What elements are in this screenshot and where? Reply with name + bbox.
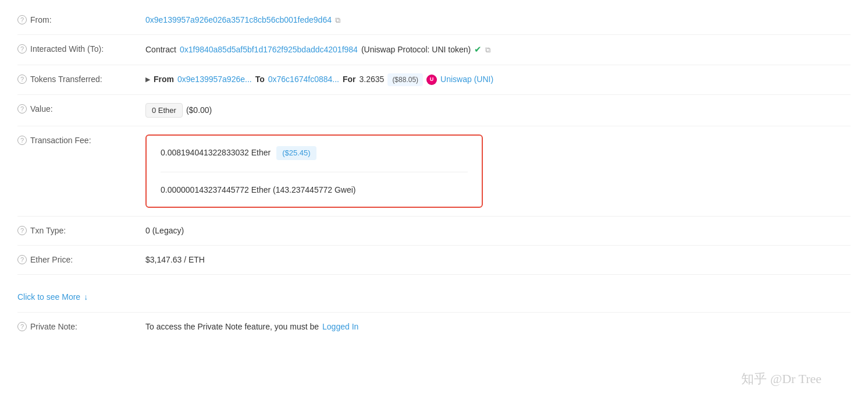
private-note-label-col: ? Private Note: bbox=[17, 321, 145, 331]
value-label: Value: bbox=[30, 104, 53, 114]
private-note-value-col: To access the Private Note feature, you … bbox=[145, 321, 851, 333]
from-label-col: ? From: bbox=[17, 14, 145, 24]
tokens-usd-badge: ($88.05) bbox=[387, 73, 423, 86]
tokens-amount: 3.2635 bbox=[360, 73, 385, 86]
ether-price-label-col: ? Ether Price: bbox=[17, 254, 145, 264]
ether-price-label: Ether Price: bbox=[30, 255, 73, 264]
txn-type-label-col: ? Txn Type: bbox=[17, 225, 145, 235]
from-row: ? From: 0x9e139957a926e026a3571c8cb56cb0… bbox=[17, 6, 851, 35]
private-note-label: Private Note: bbox=[30, 322, 77, 331]
tokens-value-col: ▶ From 0x9e139957a926e... To 0x76c1674fc… bbox=[145, 73, 851, 86]
click-more-container: Click to see More ↓ bbox=[17, 275, 851, 312]
tokens-help-icon[interactable]: ? bbox=[17, 75, 27, 84]
value-help-icon[interactable]: ? bbox=[17, 104, 27, 114]
click-to-see-more-link[interactable]: Click to see More ↓ bbox=[17, 282, 851, 307]
verified-icon: ✔ bbox=[474, 43, 482, 56]
tokens-from-address[interactable]: 0x9e139957a926e... bbox=[177, 73, 252, 86]
copy-from-icon[interactable]: ⧉ bbox=[335, 15, 340, 26]
interacted-name: (Uniswap Protocol: UNI token) bbox=[361, 44, 471, 56]
interacted-label-col: ? Interacted With (To): bbox=[17, 43, 145, 54]
txn-type-value: 0 (Legacy) bbox=[145, 225, 184, 237]
private-note-row: ? Private Note: To access the Private No… bbox=[17, 312, 851, 341]
fee-divider bbox=[161, 172, 468, 172]
ether-price-value-col: $3,147.63 / ETH bbox=[145, 254, 851, 266]
fee-amount: 0.008194041322833032 Ether bbox=[161, 147, 271, 159]
private-note-prefix: To access the Private Note feature, you … bbox=[145, 321, 319, 333]
fee-label-col: ? Transaction Fee: bbox=[17, 134, 145, 145]
tokens-transferred-row: ? Tokens Transferred: ▶ From 0x9e139957a… bbox=[17, 65, 851, 95]
uni-token-icon: U bbox=[426, 75, 437, 85]
interacted-help-icon[interactable]: ? bbox=[17, 44, 27, 54]
fee-help-icon[interactable]: ? bbox=[17, 136, 27, 145]
gas-price-line: 0.000000143237445772 Ether (143.23744577… bbox=[161, 184, 468, 196]
tokens-token-link[interactable]: Uniswap (UNI) bbox=[440, 73, 493, 86]
from-label: From: bbox=[30, 15, 52, 24]
copy-interacted-icon[interactable]: ⧉ bbox=[485, 44, 490, 56]
ether-price-value: $3,147.63 / ETH bbox=[145, 254, 205, 266]
value-row: ? Value: 0 Ether ($0.00) bbox=[17, 95, 851, 127]
click-more-label: Click to see More bbox=[17, 292, 80, 302]
fee-gas-box: 0.008194041322833032 Ether ($25.45) 0.00… bbox=[145, 134, 483, 208]
ether-price-help-icon[interactable]: ? bbox=[17, 255, 27, 264]
gas-price-value: 0.000000143237445772 Ether (143.23744577… bbox=[161, 184, 356, 196]
txn-type-row: ? Txn Type: 0 (Legacy) bbox=[17, 217, 851, 246]
fee-value-outer: 0.008194041322833032 Ether ($25.45) 0.00… bbox=[145, 134, 851, 208]
private-note-help-icon[interactable]: ? bbox=[17, 322, 27, 331]
from-help-icon[interactable]: ? bbox=[17, 15, 27, 24]
fee-label: Transaction Fee: bbox=[30, 136, 91, 145]
txn-type-help-icon[interactable]: ? bbox=[17, 226, 27, 235]
tokens-label-col: ? Tokens Transferred: bbox=[17, 73, 145, 84]
txn-type-label: Txn Type: bbox=[30, 226, 66, 235]
from-value-col: 0x9e139957a926e026a3571c8cb56cb001fede9d… bbox=[145, 14, 851, 26]
to-keyword: To bbox=[255, 73, 265, 86]
value-value-col: 0 Ether ($0.00) bbox=[145, 103, 851, 118]
interacted-address-link[interactable]: 0x1f9840a85d5af5bf1d1762f925bdaddc4201f9… bbox=[180, 44, 358, 56]
ether-price-row: ? Ether Price: $3,147.63 / ETH bbox=[17, 246, 851, 275]
for-keyword: For bbox=[343, 73, 356, 86]
value-usd: ($0.00) bbox=[186, 104, 212, 116]
txn-type-value-col: 0 (Legacy) bbox=[145, 225, 851, 237]
interacted-with-row: ? Interacted With (To): Contract 0x1f984… bbox=[17, 35, 851, 65]
click-more-arrow: ↓ bbox=[84, 292, 88, 302]
from-address-link[interactable]: 0x9e139957a926e026a3571c8cb56cb001fede9d… bbox=[145, 14, 332, 26]
tokens-label: Tokens Transferred: bbox=[30, 75, 102, 84]
fee-gas-row: ? Transaction Fee: 0.008194041322833032 … bbox=[17, 126, 851, 217]
value-label-col: ? Value: bbox=[17, 103, 145, 114]
transaction-fee-line: 0.008194041322833032 Ether ($25.45) bbox=[161, 146, 468, 160]
interacted-label: Interacted With (To): bbox=[30, 44, 104, 54]
logged-in-link[interactable]: Logged In bbox=[322, 321, 358, 333]
tokens-to-address[interactable]: 0x76c1674fc0884... bbox=[268, 73, 339, 86]
from-keyword: From bbox=[154, 73, 174, 86]
triangle-icon: ▶ bbox=[145, 75, 150, 84]
ether-amount-badge: 0 Ether bbox=[145, 103, 183, 118]
interacted-value-col: Contract 0x1f9840a85d5af5bf1d1762f925bda… bbox=[145, 43, 851, 56]
fee-usd-badge: ($25.45) bbox=[276, 146, 316, 160]
contract-prefix: Contract bbox=[145, 44, 176, 56]
